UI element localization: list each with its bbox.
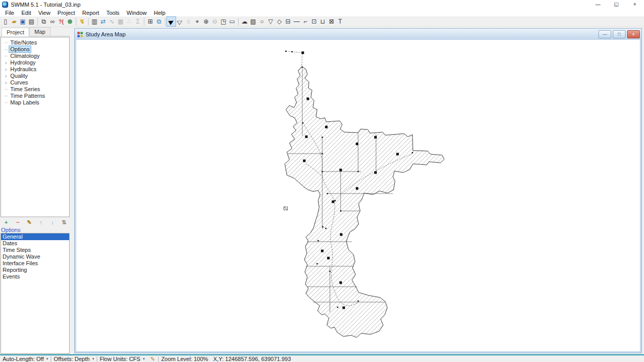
menu-report[interactable]: Report: [79, 9, 103, 16]
edit-pencil-icon[interactable]: ✎: [147, 356, 158, 362]
add-divider-button[interactable]: ◇: [275, 17, 284, 26]
sort-button[interactable]: ⇅: [60, 219, 68, 226]
delete-object-button[interactable]: −: [14, 219, 22, 226]
pan-map-button[interactable]: ⌖: [193, 17, 202, 26]
zoom-in-button[interactable]: ⊕: [202, 17, 210, 26]
add-subcatchment-button[interactable]: ▨: [249, 17, 257, 26]
xy-coordinates: X,Y: 1246857.596, 639071.993: [211, 356, 294, 362]
zoom-level-indicator: Zoom Level: 100%: [159, 356, 211, 362]
mdi-area: Study Area Map — □ ×: [74, 27, 644, 354]
tree-item-map-labels[interactable]: Map Labels: [1, 99, 69, 105]
panel-splitter[interactable]: [70, 27, 74, 354]
run-simulation-button[interactable]: ↯: [78, 17, 87, 26]
tree-item-time-patterns[interactable]: Time Patterns: [1, 92, 69, 99]
add-label-button[interactable]: T: [336, 17, 345, 26]
save-file-button[interactable]: ▣: [18, 17, 27, 26]
map-maximize-button[interactable]: □: [613, 30, 626, 38]
status-report-button[interactable]: ▥: [90, 17, 99, 26]
tab-map[interactable]: Map: [29, 27, 50, 36]
list-item-time-steps[interactable]: Time Steps: [1, 247, 69, 253]
tree-item-climatology[interactable]: Climatology: [1, 52, 69, 59]
full-extent-button[interactable]: ◳: [219, 17, 228, 26]
tree-item-title-notes[interactable]: Title/Notes: [1, 39, 69, 46]
select-region-button[interactable]: ◌: [184, 17, 193, 26]
add-object-button[interactable]: +: [2, 219, 10, 226]
minimize-button[interactable]: —: [589, 0, 607, 9]
tree-item-time-series[interactable]: Time Series: [1, 86, 69, 92]
menu-project[interactable]: Project: [54, 9, 78, 16]
list-item-reporting[interactable]: Reporting: [1, 267, 69, 273]
map-close-button[interactable]: ×: [627, 30, 640, 38]
add-rain-gage-button[interactable]: ☁: [240, 17, 249, 26]
measure-button[interactable]: ▭: [228, 17, 237, 26]
query-button[interactable]: ?{: [57, 17, 66, 26]
list-item-dates[interactable]: Dates: [1, 240, 69, 247]
edit-object-button[interactable]: ✎: [25, 219, 33, 226]
map-window-icon: [77, 32, 83, 37]
restore-button[interactable]: ◱: [607, 0, 626, 9]
offsets-dropdown[interactable]: Offsets: Depth: [51, 356, 97, 362]
overview-map-button[interactable]: ⊛: [66, 17, 74, 26]
add-outfall-button[interactable]: ▽: [266, 17, 275, 26]
add-weir-button[interactable]: ⊔: [318, 17, 327, 26]
table-button[interactable]: ▦: [116, 17, 125, 26]
status-bar: Auto-Length: Off Offsets: Depth Flow Uni…: [0, 354, 644, 362]
zoom-out-button[interactable]: ⊖: [210, 17, 219, 26]
menu-view[interactable]: View: [35, 9, 54, 16]
tree-item-hydraulics[interactable]: Hydraulics: [1, 66, 69, 72]
find-button[interactable]: ∞: [48, 17, 57, 26]
list-item-interface-files[interactable]: Interface Files: [1, 260, 69, 267]
list-item-events[interactable]: Events: [1, 273, 69, 280]
watershed-map-drawing: [76, 40, 640, 351]
dropdown-arrow-icon: [143, 357, 145, 361]
new-file-button[interactable]: ▯: [1, 17, 10, 26]
menu-edit[interactable]: Edit: [18, 9, 35, 16]
tab-project[interactable]: Project: [2, 28, 29, 36]
add-junction-button[interactable]: ○: [257, 17, 266, 26]
auto-length-dropdown[interactable]: Auto-Length: Off: [0, 356, 51, 362]
menu-window[interactable]: Window: [123, 9, 150, 16]
zoom-level-value: Zoom Level: 100%: [161, 356, 208, 362]
options-list: General Dates Time Steps Dynamic Wave In…: [1, 233, 70, 354]
cascade-windows-button[interactable]: ⧉: [155, 17, 163, 26]
add-storage-unit-button[interactable]: ⊟: [284, 17, 292, 26]
chevron-right-icon[interactable]: [3, 79, 9, 86]
tree-item-curves[interactable]: Curves: [1, 79, 69, 86]
study-area-map-canvas[interactable]: [76, 40, 640, 351]
menu-file[interactable]: File: [2, 9, 18, 16]
list-item-dynamic-wave[interactable]: Dynamic Wave: [1, 253, 69, 260]
menu-help[interactable]: Help: [150, 9, 169, 16]
close-button[interactable]: ×: [626, 0, 644, 9]
tree-item-quality[interactable]: Quality: [1, 72, 69, 79]
title-bar: SWMM 5.1 - Tutorial_03.inp — ◱ ×: [0, 0, 644, 9]
dropdown-arrow-icon: [47, 357, 49, 361]
list-item-general[interactable]: General: [1, 233, 69, 240]
menu-tools[interactable]: Tools: [103, 9, 123, 16]
graph-button[interactable]: ∿: [108, 17, 116, 26]
add-conduit-button[interactable]: ―: [292, 17, 301, 26]
tree-line: [3, 93, 9, 98]
open-file-button[interactable]: ▰: [10, 17, 18, 26]
map-window-titlebar[interactable]: Study Area Map — □ ×: [75, 29, 641, 40]
copy-button[interactable]: ⧉: [39, 17, 48, 26]
add-outlet-button[interactable]: ⊠: [327, 17, 336, 26]
flow-units-dropdown[interactable]: Flow Units: CFS: [97, 356, 147, 362]
chevron-right-icon[interactable]: [3, 66, 9, 72]
chevron-right-icon[interactable]: [3, 73, 9, 79]
profile-plot-button[interactable]: ⇄: [99, 17, 108, 26]
project-options-button[interactable]: ⊞: [146, 17, 155, 26]
tree-item-hydrology[interactable]: Hydrology: [1, 59, 69, 66]
add-orifice-button[interactable]: ⊡: [310, 17, 318, 26]
select-object-button[interactable]: ▶: [167, 17, 176, 26]
print-button[interactable]: ▤: [27, 17, 36, 26]
move-down-button[interactable]: ↓: [48, 219, 56, 226]
chevron-right-icon[interactable]: [3, 59, 9, 66]
statistics-button[interactable]: ∴: [125, 17, 134, 26]
move-up-button[interactable]: ↑: [37, 219, 45, 226]
tree-item-options[interactable]: Options: [1, 46, 69, 52]
watershed-outline: [285, 67, 444, 337]
map-minimize-button[interactable]: —: [598, 30, 611, 38]
select-vertex-button[interactable]: ▷: [176, 17, 184, 26]
add-pump-button[interactable]: ⌐: [301, 17, 310, 26]
summary-button[interactable]: Σ: [134, 17, 142, 26]
